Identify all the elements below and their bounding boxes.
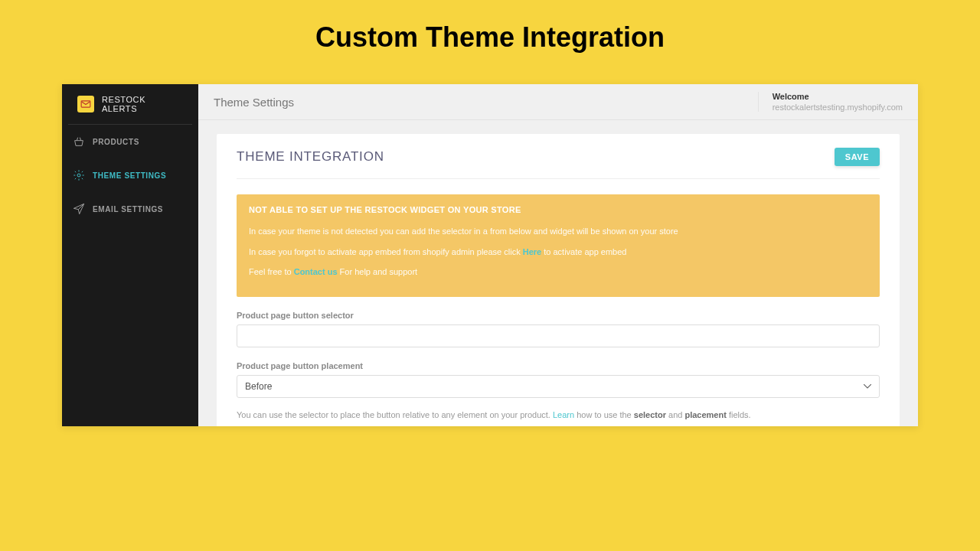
hint-span: and [666, 410, 684, 419]
card-header: THEME INTEGRATION SAVE [237, 148, 880, 179]
alert-text: to activate app embed [541, 247, 626, 256]
main-area: Theme Settings Welcome restockalertstest… [198, 84, 918, 426]
alert-text: For help and support [338, 267, 418, 276]
hint-text: You can use the selector to place the bu… [237, 409, 880, 422]
app-window: RESTOCK ALERTS PRODUCTS THEME SETTINGS E… [62, 84, 918, 426]
placement-select[interactable]: Before [237, 375, 880, 398]
paper-plane-icon [73, 203, 85, 215]
card-theme-integration: THEME INTEGRATION SAVE NOT ABLE TO SET U… [217, 134, 900, 426]
sidebar-item-label: THEME SETTINGS [93, 171, 166, 180]
sidebar-item-products[interactable]: PRODUCTS [62, 125, 198, 158]
hint-bold-selector: selector [634, 410, 666, 419]
save-button[interactable]: SAVE [835, 148, 880, 166]
alert-line-3: Feel free to Contact us For help and sup… [249, 266, 867, 279]
content: THEME INTEGRATION SAVE NOT ABLE TO SET U… [198, 120, 918, 426]
brand-name: RESTOCK ALERTS [102, 95, 183, 113]
alert-text: Feel free to [249, 267, 294, 276]
hint-bold-placement: placement [684, 410, 726, 419]
form-group-placement: Product page button placement Before [237, 361, 880, 398]
alert-line-1: In case your theme is not detected you c… [249, 225, 867, 238]
contact-us-link[interactable]: Contact us [294, 267, 338, 276]
basket-icon [73, 135, 85, 148]
welcome-label: Welcome [773, 92, 903, 101]
sidebar: RESTOCK ALERTS PRODUCTS THEME SETTINGS E… [62, 84, 198, 426]
sidebar-item-label: PRODUCTS [93, 138, 139, 146]
svg-point-1 [77, 174, 80, 177]
sidebar-item-theme-settings[interactable]: THEME SETTINGS [62, 158, 198, 192]
form-group-selector: Product page button selector [237, 311, 880, 347]
sidebar-item-label: EMAIL SETTINGS [93, 205, 163, 214]
card-title: THEME INTEGRATION [237, 149, 384, 165]
selector-input[interactable] [237, 324, 880, 347]
welcome-domain: restockalertstesting.myshopify.com [773, 103, 903, 112]
placement-label: Product page button placement [237, 361, 880, 370]
page-heading: Custom Theme Integration [0, 0, 980, 67]
sidebar-item-email-settings[interactable]: EMAIL SETTINGS [62, 192, 198, 226]
alert-box: NOT ABLE TO SET UP THE RESTOCK WIDGET ON… [237, 194, 880, 297]
mail-alert-icon [77, 96, 94, 112]
topbar: Theme Settings Welcome restockalertstest… [198, 84, 918, 120]
alert-line-2: In case you forgot to activate app embed… [249, 246, 867, 259]
hint-span: fields. [727, 410, 751, 419]
hint-span: You can use the selector to place the bu… [237, 410, 553, 419]
brand: RESTOCK ALERTS [68, 84, 192, 125]
alert-text: In case you forgot to activate app embed… [249, 247, 523, 256]
learn-link[interactable]: Learn [553, 410, 574, 419]
page-title: Theme Settings [214, 96, 294, 109]
welcome-block: Welcome restockalertstesting.myshopify.c… [758, 92, 903, 112]
gear-icon [73, 169, 85, 181]
activate-embed-link[interactable]: Here [523, 247, 541, 256]
hint-span: how to use the [574, 410, 634, 419]
alert-title: NOT ABLE TO SET UP THE RESTOCK WIDGET ON… [249, 205, 867, 214]
selector-label: Product page button selector [237, 311, 880, 320]
